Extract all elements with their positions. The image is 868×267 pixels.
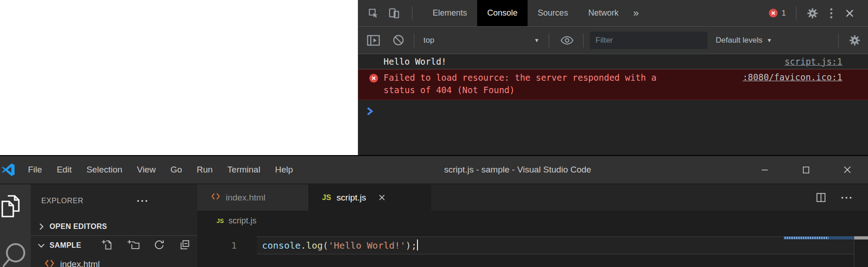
editor-tab-script-js[interactable]: JS script.js bbox=[308, 184, 431, 211]
toolbar-divider bbox=[412, 6, 412, 20]
toolbar-divider bbox=[583, 33, 584, 47]
minimap-code-marks bbox=[785, 237, 829, 239]
error-circle-icon bbox=[769, 9, 778, 17]
clear-console-icon[interactable] bbox=[392, 34, 405, 46]
devtools-panel: Elements Console Sources Network » 1 bbox=[358, 0, 868, 155]
menu-file[interactable]: File bbox=[21, 156, 50, 184]
console-settings-gear-icon[interactable] bbox=[849, 34, 861, 46]
editor-tab-index-html[interactable]: index.html bbox=[197, 184, 308, 211]
search-icon[interactable] bbox=[3, 242, 27, 267]
log-message-text: Hello World! bbox=[384, 56, 446, 67]
collapse-all-icon[interactable] bbox=[179, 239, 190, 252]
live-expression-eye-icon[interactable] bbox=[560, 35, 574, 46]
code-token-object: console bbox=[262, 240, 300, 251]
refresh-icon[interactable] bbox=[154, 239, 165, 252]
text-cursor bbox=[417, 239, 418, 250]
window-controls bbox=[744, 156, 868, 184]
console-log-message: Hello World! script.js:1 bbox=[358, 54, 868, 69]
error-message-text: Failed to load resource: the server resp… bbox=[384, 72, 667, 96]
browser-viewport bbox=[0, 0, 358, 155]
menu-terminal[interactable]: Terminal bbox=[220, 156, 268, 184]
line-number-gutter: 1 bbox=[224, 236, 237, 255]
context-selector[interactable]: top ▼ bbox=[423, 36, 540, 45]
filter-input[interactable] bbox=[590, 32, 707, 49]
explorer-header-label: EXPLORER bbox=[41, 197, 83, 205]
tab-console[interactable]: Console bbox=[477, 0, 528, 26]
console-prompt[interactable] bbox=[358, 100, 868, 117]
tab-elements[interactable]: Elements bbox=[423, 0, 477, 26]
log-source-link[interactable]: script.js:1 bbox=[785, 56, 842, 67]
console-messages: Hello World! script.js:1 Failed to load … bbox=[358, 54, 868, 117]
file-item-index-html[interactable]: index.html bbox=[31, 255, 197, 267]
explorer-header: EXPLORER bbox=[31, 184, 197, 217]
kebab-menu-icon[interactable] bbox=[829, 7, 833, 19]
new-file-icon[interactable] bbox=[101, 239, 113, 252]
menu-help[interactable]: Help bbox=[267, 156, 300, 184]
explorer-sidebar: EXPLORER OPEN EDITORS bbox=[31, 184, 197, 267]
inspect-element-icon[interactable] bbox=[367, 7, 379, 19]
toolbar-divider bbox=[796, 6, 796, 20]
code-token-method: log bbox=[306, 240, 323, 251]
menu-run[interactable]: Run bbox=[189, 156, 220, 184]
more-tabs-icon[interactable]: » bbox=[633, 7, 639, 19]
code-line[interactable]: console.log('Hello World!'); bbox=[262, 236, 418, 255]
html-file-icon bbox=[45, 259, 55, 267]
tab-sources[interactable]: Sources bbox=[528, 0, 578, 26]
minimize-button[interactable] bbox=[744, 156, 785, 184]
menu-selection[interactable]: Selection bbox=[79, 156, 129, 184]
folder-section-label: SAMPLE bbox=[50, 241, 81, 250]
explorer-more-actions-icon[interactable] bbox=[136, 184, 148, 217]
devtools-tabs: Elements Console Sources Network bbox=[423, 0, 629, 26]
js-file-icon: JS bbox=[217, 217, 224, 224]
console-error-message: Failed to load resource: the server resp… bbox=[358, 69, 868, 100]
breadcrumb[interactable]: JS script.js bbox=[197, 211, 868, 231]
minimap-divider bbox=[854, 236, 854, 267]
open-editors-label: OPEN EDITORS bbox=[50, 222, 107, 231]
chevron-down-icon: ▼ bbox=[534, 37, 540, 44]
editor-more-actions-icon[interactable] bbox=[840, 184, 852, 211]
tab-label: index.html bbox=[226, 193, 266, 203]
tab-label: script.js bbox=[337, 193, 366, 203]
split-editor-icon[interactable] bbox=[815, 184, 827, 211]
devtools-tab-bar: Elements Console Sources Network » 1 bbox=[358, 0, 868, 27]
menu-bar: File Edit Selection View Go Run Terminal… bbox=[21, 156, 300, 184]
context-selector-label: top bbox=[423, 36, 434, 45]
folder-section[interactable]: SAMPLE bbox=[31, 236, 197, 255]
activity-bar bbox=[0, 184, 31, 267]
vscode-logo-icon bbox=[1, 163, 15, 177]
explorer-files-icon[interactable] bbox=[0, 194, 22, 221]
new-folder-icon[interactable] bbox=[127, 239, 139, 252]
code-token-string: 'Hello World!' bbox=[328, 240, 406, 251]
menu-view[interactable]: View bbox=[130, 156, 163, 184]
menu-edit[interactable]: Edit bbox=[50, 156, 79, 184]
toolbar-divider bbox=[838, 33, 839, 47]
chevron-down-icon: ▼ bbox=[767, 37, 772, 44]
editor-tab-bar: index.html JS script.js bbox=[197, 184, 868, 211]
console-sidebar-toggle-icon[interactable] bbox=[367, 34, 380, 46]
maximize-button[interactable] bbox=[785, 156, 827, 184]
html-file-icon bbox=[211, 192, 220, 203]
error-source-link[interactable]: :8080/favicon.ico:1 bbox=[743, 72, 842, 82]
overview-ruler-cursor-mark[interactable] bbox=[854, 236, 868, 239]
menu-go[interactable]: Go bbox=[163, 156, 189, 184]
code-token-semicolon: ; bbox=[411, 240, 417, 251]
device-toolbar-icon[interactable] bbox=[388, 7, 400, 19]
settings-gear-icon[interactable] bbox=[807, 7, 818, 19]
vscode-titlebar: File Edit Selection View Go Run Terminal… bbox=[0, 156, 868, 184]
log-levels-selector[interactable]: Default levels ▼ bbox=[716, 36, 772, 45]
close-window-button[interactable] bbox=[827, 156, 868, 184]
console-toolbar: top ▼ Default levels ▼ bbox=[358, 27, 868, 54]
toolbar-divider bbox=[549, 33, 549, 47]
tab-network[interactable]: Network bbox=[578, 0, 629, 26]
chevron-down-icon bbox=[37, 242, 45, 249]
error-badge[interactable]: 1 bbox=[769, 9, 786, 18]
log-levels-label: Default levels bbox=[716, 36, 762, 45]
code-token-paren: ) bbox=[406, 240, 411, 251]
breadcrumb-file-label: script.js bbox=[228, 216, 256, 226]
error-circle-icon bbox=[369, 74, 378, 83]
close-tab-icon[interactable] bbox=[378, 194, 386, 201]
toolbar-divider bbox=[414, 33, 414, 47]
minimap-current-line[interactable] bbox=[784, 236, 854, 239]
open-editors-section[interactable]: OPEN EDITORS bbox=[31, 217, 197, 236]
close-devtools-icon[interactable] bbox=[844, 8, 855, 19]
